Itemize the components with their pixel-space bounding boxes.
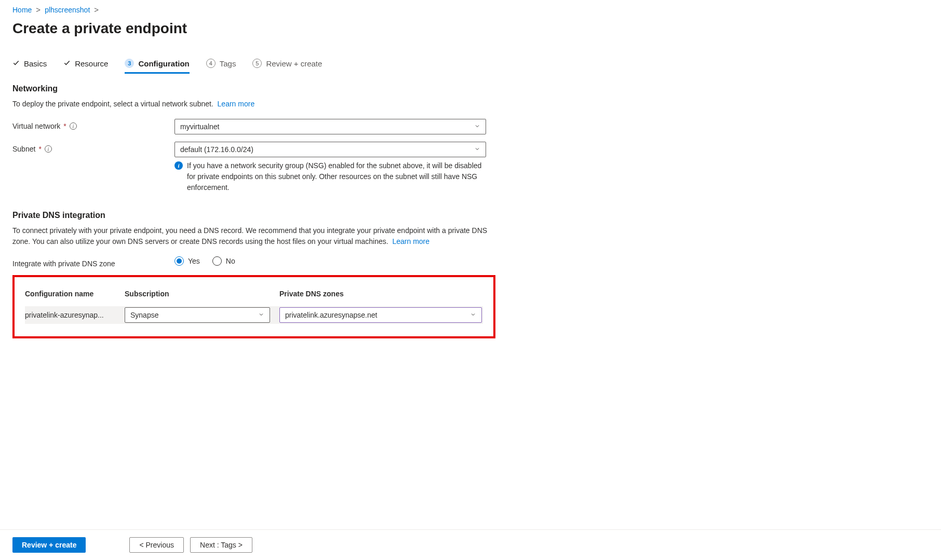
info-icon: i bbox=[174, 161, 183, 170]
subnet-row: Subnet * i default (172.16.0.0/24) i If … bbox=[12, 142, 929, 193]
breadcrumb-separator: > bbox=[94, 5, 99, 14]
header-config-name: Configuration name bbox=[25, 290, 125, 298]
integrate-dns-row: Integrate with private DNS zone Yes No bbox=[12, 256, 929, 268]
required-indicator: * bbox=[38, 145, 41, 153]
tab-resource[interactable]: Resource bbox=[63, 56, 108, 73]
tab-label: Basics bbox=[24, 59, 47, 68]
tab-label: Review + create bbox=[266, 59, 322, 68]
dns-config-highlight: Configuration name Subscription Private … bbox=[12, 275, 495, 338]
chevron-down-icon bbox=[258, 311, 264, 319]
nsg-info-text: If you have a network security group (NS… bbox=[187, 160, 486, 193]
tab-tags[interactable]: 4 Tags bbox=[206, 56, 236, 73]
breadcrumb: Home > plhscreenshot > bbox=[12, 0, 929, 18]
subnet-dropdown[interactable]: default (172.16.0.0/24) bbox=[174, 142, 486, 157]
private-dns-zone-dropdown[interactable]: privatelink.azuresynapse.net bbox=[279, 307, 482, 323]
dns-config-row: privatelink-azuresynap... Synapse privat… bbox=[25, 306, 483, 324]
dns-description: To connect privately with your private e… bbox=[12, 225, 493, 247]
tab-label: Tags bbox=[220, 59, 236, 68]
wizard-tabs: Basics Resource 3 Configuration 4 Tags 5… bbox=[12, 56, 929, 74]
header-subscription: Subscription bbox=[125, 290, 279, 298]
tab-label: Resource bbox=[75, 59, 108, 68]
dropdown-value: privatelink.azuresynapse.net bbox=[285, 311, 377, 319]
check-icon bbox=[63, 59, 71, 68]
config-name-value: privatelink-azuresynap... bbox=[25, 308, 125, 322]
breadcrumb-separator: > bbox=[36, 5, 41, 14]
tab-configuration[interactable]: 3 Configuration bbox=[125, 56, 189, 73]
virtual-network-label: Virtual network * i bbox=[12, 119, 174, 130]
check-icon bbox=[12, 59, 20, 68]
dropdown-value: Synapse bbox=[130, 311, 158, 319]
integrate-dns-radio-group: Yes No bbox=[174, 256, 486, 266]
radio-dot bbox=[174, 256, 184, 266]
radio-dot bbox=[212, 256, 222, 266]
radio-label: Yes bbox=[188, 257, 200, 265]
page-title: Create a private endpoint bbox=[12, 20, 929, 37]
breadcrumb-item[interactable]: plhscreenshot bbox=[45, 6, 90, 14]
dropdown-value: myvirtualnet bbox=[180, 122, 219, 131]
dropdown-value: default (172.16.0.0/24) bbox=[180, 145, 253, 154]
networking-description: To deploy the private endpoint, select a… bbox=[12, 99, 493, 110]
step-number: 4 bbox=[206, 59, 216, 68]
chevron-down-icon bbox=[470, 311, 476, 319]
chevron-down-icon bbox=[474, 122, 480, 131]
info-icon[interactable]: i bbox=[45, 145, 52, 153]
info-icon[interactable]: i bbox=[70, 122, 77, 130]
integrate-dns-no-radio[interactable]: No bbox=[212, 256, 235, 266]
virtual-network-dropdown[interactable]: myvirtualnet bbox=[174, 119, 486, 134]
dns-learn-more-link[interactable]: Learn more bbox=[392, 237, 429, 245]
virtual-network-row: Virtual network * i myvirtualnet bbox=[12, 119, 929, 134]
radio-label: No bbox=[226, 257, 235, 265]
required-indicator: * bbox=[63, 122, 66, 130]
dns-heading: Private DNS integration bbox=[12, 211, 929, 220]
breadcrumb-home[interactable]: Home bbox=[12, 6, 32, 14]
tab-review-create[interactable]: 5 Review + create bbox=[252, 56, 322, 73]
subscription-dropdown[interactable]: Synapse bbox=[125, 307, 270, 323]
step-number: 3 bbox=[125, 59, 134, 68]
networking-learn-more-link[interactable]: Learn more bbox=[218, 100, 255, 108]
nsg-info-callout: i If you have a network security group (… bbox=[174, 160, 486, 193]
tab-label: Configuration bbox=[138, 59, 189, 68]
subnet-label: Subnet * i bbox=[12, 142, 174, 153]
header-private-dns-zones: Private DNS zones bbox=[279, 290, 483, 298]
integrate-dns-label: Integrate with private DNS zone bbox=[12, 256, 174, 268]
chevron-down-icon bbox=[474, 145, 480, 154]
integrate-dns-yes-radio[interactable]: Yes bbox=[174, 256, 200, 266]
dns-table-header: Configuration name Subscription Private … bbox=[25, 290, 483, 306]
tab-basics[interactable]: Basics bbox=[12, 56, 47, 73]
step-number: 5 bbox=[252, 59, 262, 68]
networking-heading: Networking bbox=[12, 84, 929, 93]
